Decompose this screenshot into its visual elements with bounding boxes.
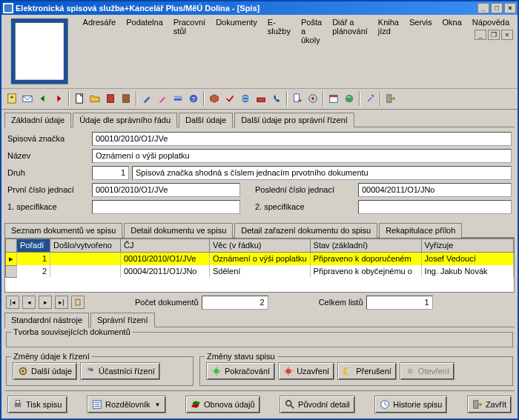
menu-okna[interactable]: Okna — [437, 16, 467, 87]
tool-stack-icon[interactable] — [171, 91, 185, 106]
btn-historie[interactable]: Historie spisu — [374, 396, 447, 413]
col-doslo[interactable]: Došlo/vytvořeno — [50, 239, 121, 252]
menu-posta[interactable]: Pošta a úkoly — [296, 16, 327, 87]
menu-servis[interactable]: Servis — [404, 16, 437, 87]
tool-arrow-right-icon[interactable] — [51, 91, 66, 106]
cell: Oznámení o výši poplatku — [210, 252, 311, 265]
btn-ucastnici[interactable]: Účastníci řízení — [80, 362, 160, 380]
tool-check-icon[interactable] — [222, 91, 237, 106]
tool-contacts-icon[interactable] — [4, 91, 19, 106]
btn-dalsi-udaje[interactable]: Další údaje — [13, 362, 77, 380]
menu-kniha[interactable]: Kniha jízd — [373, 16, 404, 87]
grid[interactable]: Pořadí Došlo/vytvořeno ČJ Věc (v řádku) … — [4, 238, 515, 293]
gtab-rekap[interactable]: Rekapitulace příloh — [379, 223, 462, 238]
input-spec1[interactable] — [92, 200, 240, 214]
svg-point-38 — [407, 369, 412, 374]
tool-world-icon[interactable] — [342, 91, 357, 106]
label-spec1: 1. specifikace — [7, 202, 89, 211]
tool-letter-icon[interactable] — [20, 91, 35, 106]
input-listu[interactable] — [366, 296, 433, 310]
input-pocet[interactable] — [202, 296, 268, 310]
child-minimize-button[interactable]: _ — [475, 30, 486, 40]
input-druh-text[interactable] — [132, 166, 512, 180]
tool-pen-blue-icon[interactable] — [139, 91, 154, 106]
gtab-detail-zar[interactable]: Detail zařazení dokumentu do spisu — [234, 223, 377, 238]
menu-esluzby[interactable]: E-služby — [262, 16, 296, 87]
btn-rozdelovnik[interactable]: Rozdělovník▼ — [87, 396, 165, 413]
maximize-button[interactable]: □ — [491, 3, 503, 13]
input-spec2[interactable] — [358, 200, 512, 214]
table-row[interactable]: ▸ 1 00010/2010/O1/JVe Oznámení o výši po… — [6, 252, 514, 265]
tool-calendar-icon[interactable] — [326, 91, 341, 106]
tool-arrow-left-icon[interactable] — [36, 91, 50, 106]
svg-point-13 — [242, 95, 250, 103]
sun-gray-icon — [405, 366, 415, 376]
close-button[interactable]: × — [504, 3, 516, 13]
btn-tisk[interactable]: Tisk spisu — [7, 396, 67, 413]
tool-tray-icon[interactable] — [254, 91, 268, 106]
tab-dalsi-spravni[interactable]: Další údaje pro správní řízení — [234, 113, 354, 127]
tool-phone-icon[interactable] — [269, 91, 284, 106]
svg-point-28 — [214, 369, 219, 374]
svg-rect-6 — [76, 94, 83, 103]
tab-zakladni[interactable]: Základní údaje — [4, 113, 71, 127]
col-vec[interactable]: Věc (v řádku) — [210, 239, 311, 252]
tool-cube-icon[interactable] — [207, 91, 222, 106]
col-stav[interactable]: Stav (základní) — [310, 239, 421, 252]
btn-puvodni[interactable]: Původní detail — [280, 396, 355, 413]
menu-dokumenty[interactable]: Dokumenty — [211, 16, 262, 87]
tool-target-icon[interactable] — [305, 91, 320, 106]
nav-last-button[interactable]: ▸| — [55, 296, 68, 309]
tool-new-icon[interactable] — [72, 91, 87, 106]
btn-zavrit[interactable]: Zavřít — [467, 396, 512, 413]
tool-doc-arrow-icon[interactable] — [290, 91, 305, 106]
input-prvni[interactable] — [92, 183, 240, 197]
gtab-detail-doc[interactable]: Detail dokumentu ve spisu — [124, 223, 233, 238]
tool-folder-icon[interactable] — [87, 91, 102, 106]
nav-delete-button[interactable] — [71, 296, 85, 309]
col-vyrizuje[interactable]: Vyřizuje — [421, 239, 513, 252]
tool-question-icon[interactable]: ? — [186, 91, 201, 106]
navigator: |◂ ◂ ▸ ▸| Počet dokumentů Celkem listů — [4, 293, 515, 313]
gear-icon — [18, 366, 28, 376]
col-cj[interactable]: ČJ — [121, 239, 210, 252]
tool-globe-icon[interactable] — [238, 91, 253, 106]
tool-exit-icon[interactable] — [383, 91, 398, 106]
menu-podatelna[interactable]: Podatelna — [121, 16, 168, 87]
gtab-seznam[interactable]: Seznam dokumentů ve spisu — [4, 223, 122, 238]
tool-book-brown-icon[interactable] — [119, 91, 133, 106]
btn-obnova[interactable]: Obnova údajů — [185, 396, 260, 413]
btab-standard[interactable]: Standardní nástroje — [4, 313, 89, 327]
tool-pen-pink-icon[interactable] — [155, 91, 170, 106]
child-close-button[interactable]: × — [501, 30, 513, 40]
child-restore-button[interactable]: ❐ — [488, 30, 500, 40]
input-druh-code[interactable] — [92, 166, 129, 180]
exit-icon — [472, 399, 483, 410]
table-row[interactable]: 2 00004/2011/O1/JNo Sdělení Připraveno k… — [6, 265, 514, 277]
tab-dalsi[interactable]: Další údaje — [179, 113, 233, 127]
menu-pracovni[interactable]: Pracovní stůl — [168, 16, 211, 87]
nav-first-button[interactable]: |◂ — [6, 296, 19, 309]
input-spisova[interactable] — [92, 132, 512, 146]
tab-udaje-spravni[interactable]: Údaje dle správního řádu — [73, 113, 177, 127]
cell: 00004/2011/O1/JNo — [121, 265, 210, 277]
svg-rect-40 — [16, 401, 19, 404]
minimize-button[interactable]: _ — [477, 3, 489, 13]
input-nazev[interactable] — [92, 149, 512, 163]
menu-napoveda[interactable]: Nápověda — [467, 16, 515, 87]
cell — [50, 265, 121, 277]
nav-prev-button[interactable]: ◂ — [22, 296, 36, 309]
btn-pokracovani[interactable]: Pokračování — [206, 362, 275, 380]
btn-preruseni[interactable]: Přerušení — [337, 362, 397, 380]
tool-wrench-icon[interactable] — [363, 91, 377, 106]
form-area: Spisová značka Název Druh První číslo je… — [4, 127, 515, 221]
tool-book-red-icon[interactable] — [103, 91, 118, 106]
label-druh: Druh — [7, 168, 89, 177]
nav-next-button[interactable]: ▸ — [39, 296, 52, 309]
btn-uzavreni[interactable]: Uzavření — [278, 362, 334, 380]
menu-diar[interactable]: Diář a plánování — [327, 16, 373, 87]
menu-adresare[interactable]: Adresáře — [78, 16, 122, 87]
btab-spravni[interactable]: Správní řízení — [90, 313, 154, 327]
input-posledni[interactable] — [358, 183, 512, 197]
col-poradi[interactable]: Pořadí — [17, 239, 50, 252]
